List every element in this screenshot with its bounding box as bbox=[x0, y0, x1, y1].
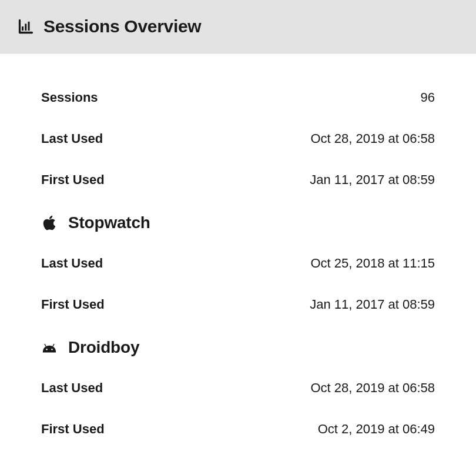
svg-point-4 bbox=[51, 349, 53, 350]
svg-point-3 bbox=[46, 349, 48, 350]
apple-icon bbox=[41, 215, 58, 231]
first-used-value: Oct 2, 2019 at 06:49 bbox=[318, 422, 435, 437]
app-name: Stopwatch bbox=[68, 213, 150, 232]
sessions-label: Sessions bbox=[41, 90, 98, 105]
app-section-header: Droidboy bbox=[41, 325, 435, 367]
svg-rect-2 bbox=[28, 22, 30, 31]
first-used-label: First Used bbox=[41, 297, 105, 312]
app-row-last-used: Last Used Oct 28, 2019 at 06:58 bbox=[41, 367, 435, 409]
app-section-header: Stopwatch bbox=[41, 200, 435, 243]
app-row-first-used: First Used Jan 11, 2017 at 08:59 bbox=[41, 284, 435, 325]
svg-rect-0 bbox=[22, 26, 24, 31]
page-title: Sessions Overview bbox=[43, 16, 201, 36]
android-icon bbox=[41, 342, 58, 353]
last-used-label: Last Used bbox=[41, 380, 103, 396]
last-used-label: Last Used bbox=[41, 131, 103, 146]
panel-header: Sessions Overview bbox=[0, 0, 476, 54]
app-name: Droidboy bbox=[68, 338, 139, 357]
summary-row-last-used: Last Used Oct 28, 2019 at 06:58 bbox=[41, 118, 435, 159]
last-used-label: Last Used bbox=[41, 256, 103, 271]
last-used-value: Oct 28, 2019 at 06:58 bbox=[310, 380, 435, 396]
summary-row-sessions: Sessions 96 bbox=[41, 77, 435, 118]
bar-chart-icon bbox=[18, 18, 34, 35]
summary-row-first-used: First Used Jan 11, 2017 at 08:59 bbox=[41, 159, 435, 200]
first-used-value: Jan 11, 2017 at 08:59 bbox=[310, 297, 435, 312]
app-row-first-used: First Used Oct 2, 2019 at 06:49 bbox=[41, 409, 435, 450]
first-used-label: First Used bbox=[41, 172, 105, 188]
last-used-value: Oct 25, 2018 at 11:15 bbox=[310, 256, 435, 271]
content-scroll-area[interactable]: Sessions 96 Last Used Oct 28, 2019 at 06… bbox=[0, 54, 476, 463]
app-row-last-used: Last Used Oct 25, 2018 at 11:15 bbox=[41, 243, 435, 284]
sessions-value: 96 bbox=[421, 90, 435, 105]
svg-rect-1 bbox=[25, 24, 26, 31]
last-used-value: Oct 28, 2019 at 06:58 bbox=[310, 131, 435, 146]
first-used-label: First Used bbox=[41, 422, 105, 437]
first-used-value: Jan 11, 2017 at 08:59 bbox=[310, 172, 435, 188]
